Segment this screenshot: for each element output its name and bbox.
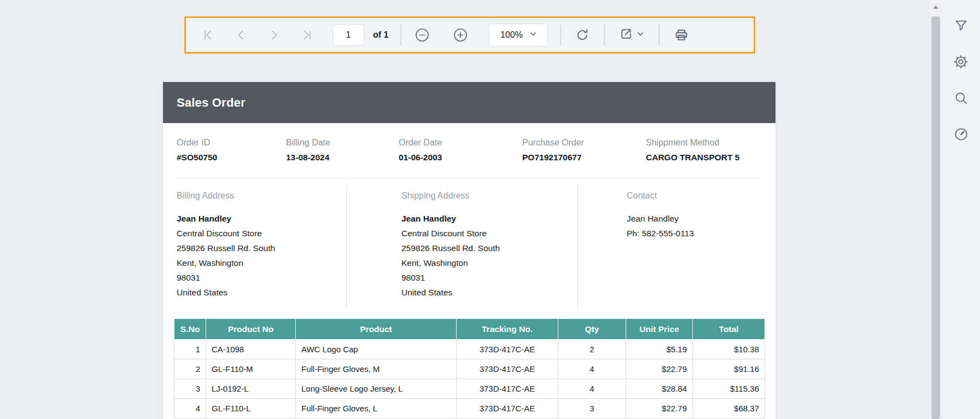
table-cell: Full-Finger Gloves, M (296, 359, 457, 379)
table-cell: 373D-417C-AE (457, 379, 558, 399)
zoom-level-value: 100% (500, 30, 523, 40)
shipping-address-name: Jean Handley (401, 211, 578, 226)
column-header-sno: S.No (174, 319, 206, 340)
contact-line: Ph: 582-555-0113 (627, 226, 775, 241)
table-row: 1 CA-1098 AWC Logo Cap 373D-417C-AE 2 $5… (174, 340, 765, 359)
billing-address-line: 98031 (177, 270, 346, 285)
table-cell: 373D-417C-AE (457, 359, 558, 379)
table-cell: 4 (558, 379, 626, 399)
billing-address-line: Central Discount Store (177, 226, 346, 241)
table-cell: Full-Finger Gloves, L (296, 399, 457, 418)
settings-button[interactable] (953, 54, 969, 69)
table-cell: LJ-0192-L (206, 379, 296, 399)
search-button[interactable] (954, 91, 969, 106)
toolbar-separator (400, 25, 401, 45)
performance-gauge-button[interactable] (954, 127, 969, 142)
toolbar-separator (560, 25, 561, 45)
zoom-out-button[interactable] (415, 27, 430, 43)
billing-address-line: United States (177, 285, 346, 300)
page-number-input[interactable] (332, 24, 364, 46)
table-cell: AWC Logo Cap (296, 340, 457, 359)
shipping-address-line: Kent, Washington (401, 255, 578, 270)
next-page-icon (268, 29, 280, 41)
print-button[interactable] (674, 27, 689, 43)
refresh-icon (575, 28, 590, 42)
field-value: CARGO TRANSPORT 5 (646, 153, 762, 162)
scrollbar-thumb[interactable] (931, 16, 940, 419)
first-page-button[interactable] (202, 29, 214, 41)
shipment-method-field: Shippment Method CARGO TRANSPORT 5 (646, 138, 762, 162)
column-header-product-no: Product No (206, 319, 296, 340)
column-header-total: Total (693, 319, 765, 340)
shipping-address-line: United States (401, 285, 578, 300)
field-label: Order ID (177, 138, 286, 148)
field-label: Billing Date (286, 138, 399, 148)
right-tool-panel (942, 0, 980, 419)
export-button[interactable] (619, 27, 644, 43)
export-chevron-down-icon (637, 30, 644, 40)
zoom-in-button[interactable] (453, 27, 468, 43)
previous-page-button[interactable] (235, 29, 247, 41)
chevron-down-icon (529, 30, 537, 40)
table-cell: 1 (174, 340, 206, 359)
contact-label: Contact (627, 191, 775, 201)
first-page-icon (202, 29, 214, 41)
table-row: 3 LJ-0192-L Long-Sleeve Logo Jersey, L 3… (174, 379, 765, 399)
table-cell: GL-F110-L (206, 399, 296, 418)
filter-icon (954, 18, 969, 33)
table-cell: $68.37 (693, 399, 765, 418)
page-title: Sales Order (177, 96, 246, 110)
refresh-button[interactable] (575, 28, 590, 42)
section-divider (176, 178, 762, 179)
table-cell: CA-1098 (206, 340, 296, 359)
zoom-level-dropdown[interactable]: 100% (489, 24, 548, 46)
contact-block: Contact Jean Handley Ph: 582-555-0113 (578, 185, 775, 309)
scroll-up-icon (933, 5, 938, 9)
table-header-row: S.No Product No Product Tracking No. Qty… (174, 319, 765, 340)
shipping-address-line: 98031 (401, 270, 578, 285)
zoom-out-icon (415, 27, 430, 43)
billing-address-block: Billing Address Jean Handley Central Dis… (163, 185, 347, 309)
page-total-label: of 1 (373, 30, 388, 40)
report-page: Sales Order Order ID #SO50750 Billing Da… (163, 82, 775, 419)
toolbar-separator (658, 25, 660, 45)
toolbar-actions (560, 25, 689, 45)
last-page-icon (301, 29, 313, 41)
scrollbar-up-arrow[interactable] (930, 0, 942, 14)
table-cell: 3 (174, 379, 206, 399)
report-title-bar: Sales Order (163, 82, 775, 123)
print-icon (674, 27, 689, 43)
shipping-address-label: Shipping Address (401, 191, 578, 201)
table-cell: GL-F110-M (206, 359, 296, 379)
table-cell: 3 (558, 399, 626, 418)
table-cell: 4 (558, 359, 626, 379)
field-label: Shippment Method (646, 138, 762, 148)
order-id-field: Order ID #SO50750 (177, 138, 286, 162)
table-cell: 2 (558, 340, 626, 359)
zoom-in-icon (453, 27, 468, 43)
next-page-button[interactable] (268, 29, 280, 41)
gear-icon (953, 54, 969, 69)
order-items-table: S.No Product No Product Tracking No. Qty… (174, 318, 765, 418)
filter-button[interactable] (954, 18, 969, 33)
page-nav-group (202, 29, 313, 41)
purchase-order-field: Purchase Order PO7192170677 (522, 138, 646, 162)
billing-address-label: Billing Address (177, 191, 346, 201)
column-header-qty: Qty (558, 319, 626, 340)
order-summary-fields: Order ID #SO50750 Billing Date 13-08-202… (163, 123, 775, 162)
last-page-button[interactable] (301, 29, 313, 41)
table-cell: $91.16 (693, 359, 765, 379)
table-cell: 4 (174, 399, 206, 418)
vertical-scrollbar[interactable] (930, 0, 942, 419)
billing-date-field: Billing Date 13-08-2024 (286, 138, 399, 162)
table-cell: $22.79 (626, 359, 693, 379)
viewer-toolbar: of 1 100% (184, 16, 755, 54)
table-row: 4 GL-F110-L Full-Finger Gloves, L 373D-4… (174, 399, 765, 418)
contact-line: Jean Handley (627, 211, 775, 226)
billing-address-name: Jean Handley (177, 211, 346, 226)
table-cell: $5.19 (626, 340, 693, 359)
export-icon (619, 27, 633, 43)
field-label: Order Date (399, 138, 522, 148)
field-value: #SO50750 (177, 153, 286, 162)
table-cell: $10.38 (693, 340, 765, 359)
